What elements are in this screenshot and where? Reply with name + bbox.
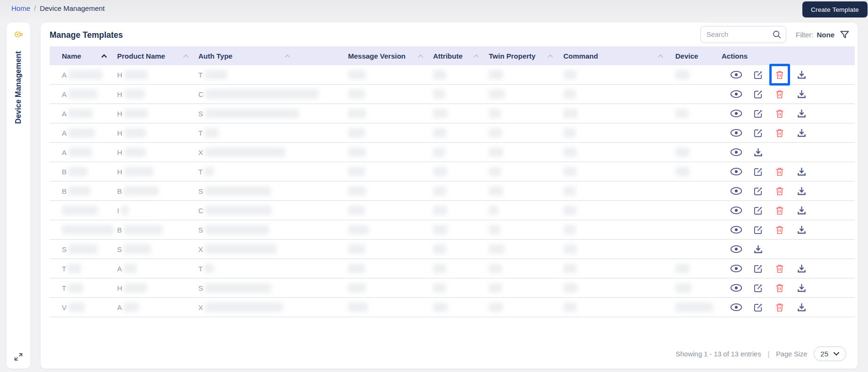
table-cell xyxy=(563,278,675,297)
view-template-button[interactable] xyxy=(730,69,742,81)
edit-icon xyxy=(753,186,764,197)
edit-template-button[interactable] xyxy=(752,282,764,294)
view-template-button[interactable] xyxy=(730,301,742,313)
breadcrumb-home-link[interactable]: Home xyxy=(11,4,30,12)
delete-template-button[interactable] xyxy=(774,107,786,120)
view-template-button[interactable] xyxy=(730,224,742,236)
download-template-button[interactable] xyxy=(752,146,764,158)
table-cell xyxy=(433,104,489,123)
trash-icon xyxy=(774,205,785,216)
redacted-cell-initial: A xyxy=(117,303,122,311)
download-template-button[interactable] xyxy=(795,282,808,294)
view-template-button[interactable] xyxy=(730,243,742,255)
download-icon xyxy=(796,69,807,80)
download-template-button[interactable] xyxy=(795,224,808,236)
sort-caret-icon[interactable] xyxy=(417,54,424,58)
column-header-twin-property[interactable]: Twin Property xyxy=(489,46,563,65)
table-row: VAX xyxy=(50,298,855,317)
column-header-name[interactable]: Name xyxy=(50,46,117,65)
download-template-button[interactable] xyxy=(795,301,808,313)
download-template-button[interactable] xyxy=(752,243,764,255)
download-icon xyxy=(796,302,807,313)
device-management-module-icon[interactable] xyxy=(14,29,24,39)
edit-template-button[interactable] xyxy=(752,88,764,100)
view-template-button[interactable] xyxy=(730,88,742,100)
redacted-cell-blur xyxy=(124,167,153,176)
redacted-cell-blur xyxy=(563,244,577,254)
redacted-cell-blur xyxy=(563,167,577,176)
redacted-cell-blur xyxy=(563,283,578,293)
column-header-product-name[interactable]: Product Name xyxy=(117,46,198,65)
sidebar-item-device-management[interactable]: Device Management xyxy=(14,51,23,124)
redacted-cell-blur xyxy=(68,70,102,79)
redacted-cell-blur xyxy=(348,283,366,293)
view-template-button[interactable] xyxy=(730,262,742,275)
view-template-button[interactable] xyxy=(730,185,742,197)
edit-template-button[interactable] xyxy=(752,204,764,216)
column-header-auth-type[interactable]: Auth Type xyxy=(198,46,348,65)
sort-caret-icon[interactable] xyxy=(547,54,553,58)
view-template-button[interactable] xyxy=(730,146,742,158)
delete-template-button[interactable] xyxy=(774,127,786,139)
eye-icon xyxy=(730,167,742,176)
delete-template-button[interactable] xyxy=(774,262,786,275)
download-template-button[interactable] xyxy=(795,204,808,216)
edit-template-button[interactable] xyxy=(752,107,764,120)
delete-template-button[interactable] xyxy=(774,301,786,313)
redacted-cell-blur xyxy=(348,147,366,157)
delete-template-button[interactable] xyxy=(774,282,786,294)
redacted-cell-blur xyxy=(124,186,159,196)
table-cell: B xyxy=(117,220,198,239)
filter-funnel-icon[interactable] xyxy=(839,29,850,40)
view-template-button[interactable] xyxy=(730,107,742,120)
download-template-button[interactable] xyxy=(795,262,808,275)
expand-button[interactable] xyxy=(13,352,24,362)
search-icon[interactable] xyxy=(772,29,782,40)
edit-template-button[interactable] xyxy=(752,165,764,178)
create-template-button[interactable]: Create Template xyxy=(802,1,868,17)
view-template-button[interactable] xyxy=(730,204,742,216)
sort-caret-icon[interactable] xyxy=(101,54,107,58)
download-template-button[interactable] xyxy=(795,185,808,197)
table-cell: S xyxy=(50,240,117,259)
view-template-button[interactable] xyxy=(730,127,742,139)
view-template-button[interactable] xyxy=(730,165,742,178)
delete-template-button[interactable] xyxy=(774,224,786,236)
sort-caret-icon[interactable] xyxy=(657,54,664,58)
edit-template-button[interactable] xyxy=(752,224,764,236)
edit-template-button[interactable] xyxy=(752,301,764,313)
table-cell: H xyxy=(117,104,198,123)
delete-template-button[interactable] xyxy=(774,165,786,178)
edit-template-button[interactable] xyxy=(752,69,764,81)
redacted-cell-blur xyxy=(433,70,446,79)
delete-template-button[interactable] xyxy=(774,88,786,100)
delete-template-button[interactable] xyxy=(774,185,786,197)
redacted-cell-blur xyxy=(348,186,366,196)
redacted-cell-blur xyxy=(563,89,576,99)
delete-template-button[interactable] xyxy=(774,69,786,81)
edit-template-button[interactable] xyxy=(752,185,764,197)
column-header-attribute[interactable]: Attribute xyxy=(433,46,489,65)
table-cell xyxy=(489,65,563,84)
redacted-cell-blur xyxy=(675,264,689,273)
sort-caret-icon[interactable] xyxy=(284,54,290,58)
table-cell xyxy=(489,278,563,297)
column-header-command[interactable]: Command xyxy=(563,46,675,65)
sort-caret-icon[interactable] xyxy=(183,54,189,58)
download-template-button[interactable] xyxy=(795,165,808,178)
sort-caret-icon[interactable] xyxy=(473,54,479,58)
edit-template-button[interactable] xyxy=(752,262,764,275)
edit-template-button[interactable] xyxy=(752,127,764,139)
page-size-select[interactable]: 25 xyxy=(814,346,846,361)
column-header-message-version[interactable]: Message Version xyxy=(348,46,433,65)
download-template-button[interactable] xyxy=(795,69,808,81)
download-template-button[interactable] xyxy=(795,107,808,120)
redacted-cell-blur xyxy=(348,70,366,79)
table-cell xyxy=(489,123,563,142)
download-template-button[interactable] xyxy=(795,127,808,139)
view-template-button[interactable] xyxy=(730,282,742,294)
redacted-cell-blur xyxy=(62,206,98,215)
table-cell: S xyxy=(117,240,198,259)
download-template-button[interactable] xyxy=(795,88,808,100)
delete-template-button[interactable] xyxy=(774,204,786,216)
